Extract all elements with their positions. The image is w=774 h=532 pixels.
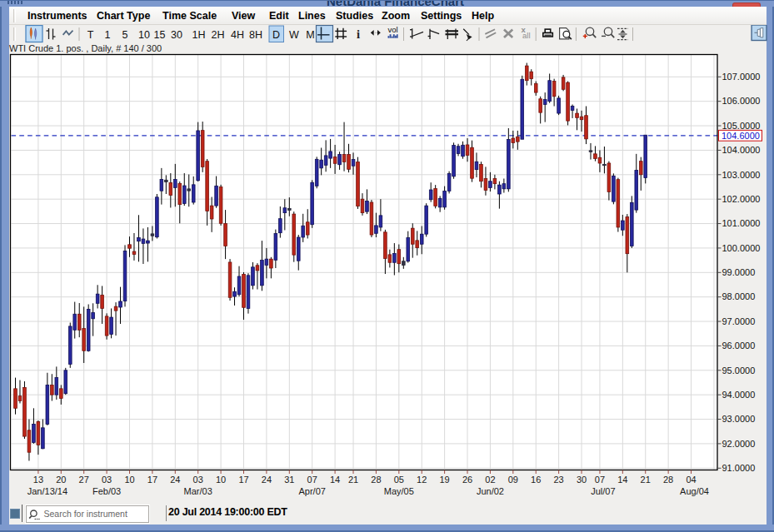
svg-text:97.0000: 97.0000 bbox=[722, 316, 756, 326]
svg-text:M: M bbox=[306, 29, 314, 41]
svg-text:17: 17 bbox=[238, 475, 248, 485]
svg-text:Feb/03: Feb/03 bbox=[92, 486, 121, 496]
svg-text:28: 28 bbox=[371, 475, 381, 485]
svg-text:17: 17 bbox=[147, 475, 157, 485]
svg-text:96.0000: 96.0000 bbox=[722, 341, 756, 351]
svg-text:23: 23 bbox=[553, 475, 563, 485]
svg-text:101.0000: 101.0000 bbox=[722, 218, 761, 228]
svg-text:07: 07 bbox=[595, 475, 605, 485]
svg-text:95.0000: 95.0000 bbox=[722, 365, 756, 375]
svg-text:21: 21 bbox=[348, 475, 358, 485]
svg-text:100.0000: 100.0000 bbox=[722, 243, 761, 253]
svg-text:1H: 1H bbox=[192, 29, 206, 41]
svg-text:20: 20 bbox=[56, 475, 66, 485]
svg-text:10: 10 bbox=[216, 475, 226, 485]
svg-text:106.0000: 106.0000 bbox=[722, 96, 761, 106]
svg-text:07: 07 bbox=[307, 475, 317, 485]
svg-text:91.0000: 91.0000 bbox=[722, 463, 756, 473]
svg-text:107.0000: 107.0000 bbox=[722, 72, 761, 82]
svg-text:all: all bbox=[522, 31, 531, 40]
svg-text:24: 24 bbox=[170, 475, 180, 485]
svg-text:Apr/07: Apr/07 bbox=[298, 486, 325, 496]
svg-text:5: 5 bbox=[122, 29, 128, 41]
svg-text:8H: 8H bbox=[249, 29, 262, 41]
svg-text:Jul/07: Jul/07 bbox=[591, 486, 615, 496]
svg-text:May/05: May/05 bbox=[384, 486, 414, 496]
svg-text:21: 21 bbox=[641, 475, 651, 485]
svg-text:30: 30 bbox=[577, 475, 587, 485]
svg-text:102.0000: 102.0000 bbox=[722, 194, 761, 204]
svg-text:92.0000: 92.0000 bbox=[722, 439, 756, 449]
svg-text:93.0000: 93.0000 bbox=[722, 414, 756, 424]
svg-text:Aug/04: Aug/04 bbox=[680, 486, 709, 496]
svg-text:27: 27 bbox=[79, 475, 89, 485]
svg-text:W: W bbox=[289, 29, 299, 41]
svg-text:94.0000: 94.0000 bbox=[722, 390, 756, 400]
svg-text:16: 16 bbox=[531, 475, 541, 485]
svg-text:14: 14 bbox=[617, 475, 627, 485]
svg-text:28: 28 bbox=[663, 475, 673, 485]
svg-text:103.0000: 103.0000 bbox=[722, 170, 761, 180]
svg-text:03: 03 bbox=[102, 475, 112, 485]
svg-text:09: 09 bbox=[508, 475, 518, 485]
svg-text:i: i bbox=[357, 27, 360, 41]
svg-text:04: 04 bbox=[686, 475, 696, 485]
svg-text:10: 10 bbox=[124, 475, 134, 485]
svg-text:99.0000: 99.0000 bbox=[722, 267, 756, 277]
svg-text:10: 10 bbox=[138, 29, 150, 41]
svg-text:15: 15 bbox=[154, 29, 166, 41]
svg-text:104.6000: 104.6000 bbox=[722, 131, 760, 141]
svg-text:1: 1 bbox=[105, 29, 111, 41]
svg-text:2H: 2H bbox=[212, 29, 225, 41]
svg-text:13: 13 bbox=[33, 475, 43, 485]
svg-text:02: 02 bbox=[485, 475, 495, 485]
svg-text:Jun/02: Jun/02 bbox=[477, 486, 504, 496]
svg-text:105.0000: 105.0000 bbox=[722, 121, 761, 131]
svg-text:vol: vol bbox=[387, 25, 397, 34]
svg-text:D: D bbox=[272, 29, 280, 41]
svg-text:05: 05 bbox=[394, 475, 404, 485]
svg-text:19: 19 bbox=[439, 475, 449, 485]
svg-text:03: 03 bbox=[193, 475, 203, 485]
svg-text:Mar/03: Mar/03 bbox=[184, 486, 212, 496]
svg-text:T: T bbox=[87, 29, 94, 41]
svg-text:31: 31 bbox=[284, 475, 294, 485]
svg-text:4H: 4H bbox=[231, 29, 244, 41]
svg-text:Jan/13/14: Jan/13/14 bbox=[27, 486, 67, 496]
svg-text:26: 26 bbox=[462, 475, 472, 485]
svg-text:24: 24 bbox=[262, 475, 272, 485]
svg-text:14: 14 bbox=[330, 475, 340, 485]
svg-text:30: 30 bbox=[171, 29, 182, 41]
svg-text:98.0000: 98.0000 bbox=[722, 291, 756, 301]
svg-text:104.0000: 104.0000 bbox=[722, 145, 761, 155]
svg-text:12: 12 bbox=[417, 475, 427, 485]
